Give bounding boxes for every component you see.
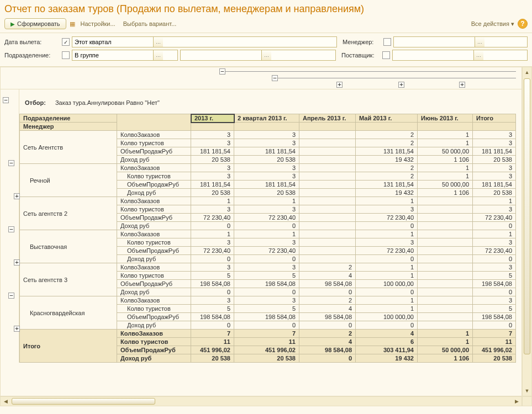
metric-name-cell: ОбъемПродажРуб — [117, 280, 191, 288]
date-checkbox[interactable] — [62, 38, 70, 46]
value-cell: 11 — [473, 338, 516, 346]
value-cell: 0 — [191, 321, 234, 330]
hdr-manager[interactable]: Менеджер — [20, 123, 117, 131]
date-label: Дата вылета: — [4, 39, 60, 45]
value-cell — [418, 280, 473, 288]
hdr-c1[interactable]: 2013 г. — [191, 114, 234, 123]
all-actions-menu[interactable]: Все действия ▾ — [471, 20, 514, 28]
settings-icon[interactable]: ▦ — [70, 20, 75, 28]
report-viewport[interactable]: − − + + + − − + − + − + Отбор: Заказ тур… — [0, 67, 522, 396]
value-cell: 3 — [191, 296, 234, 305]
scroll-up-icon[interactable]: ▲ — [523, 67, 531, 77]
value-cell: 19 432 — [356, 354, 418, 363]
value-cell: 4 — [299, 305, 356, 313]
division-mode-input[interactable] — [72, 50, 153, 60]
report-filter-line: Отбор: Заказ тура.Аннулирован Равно "Нет… — [19, 97, 516, 114]
metric-name-cell: Доход руб — [117, 222, 191, 230]
hdr-c4[interactable]: Май 2013 г. — [356, 114, 418, 123]
division-mode-picker[interactable]: … — [153, 50, 163, 60]
value-cell: 0 — [356, 255, 418, 263]
col-toggle-5[interactable]: + — [459, 82, 465, 88]
scroll-down-icon[interactable]: ▼ — [523, 386, 531, 396]
value-cell: 131 181,54 — [356, 147, 418, 156]
row-toggle-root[interactable]: − — [3, 97, 9, 103]
date-picker-button[interactable]: … — [153, 37, 163, 47]
row-toggle-g3[interactable]: − — [8, 293, 14, 299]
division-checkbox[interactable] — [62, 51, 70, 59]
col-toggle-3[interactable]: + — [336, 82, 343, 88]
manager-picker-button[interactable]: … — [475, 37, 484, 47]
value-cell — [299, 189, 356, 197]
col-toggle-4[interactable]: + — [398, 82, 404, 88]
division-picker-button[interactable]: … — [261, 50, 271, 60]
value-cell: 3 — [473, 296, 516, 305]
value-cell: 72 230,40 — [356, 247, 418, 255]
hdr-c1b[interactable] — [191, 123, 234, 131]
hdr-c6[interactable]: Итого — [473, 114, 516, 123]
manager-input[interactable] — [394, 37, 475, 47]
row-toggle-g1[interactable]: − — [8, 160, 14, 166]
value-cell: 1 — [234, 197, 299, 205]
date-input[interactable] — [72, 37, 153, 47]
value-cell: 0 — [473, 321, 516, 330]
supplier-input[interactable] — [393, 50, 473, 60]
hdr-c5[interactable]: Июнь 2013 г. — [418, 114, 473, 123]
col-toggle-2[interactable]: − — [272, 75, 278, 81]
value-cell: 0 — [473, 222, 516, 230]
row-toggle-g2[interactable]: − — [8, 226, 14, 232]
hdr-metrics[interactable] — [117, 114, 191, 131]
value-cell: 72 230,40 — [234, 247, 299, 255]
metric-name-cell: ОбъемПродажРуб — [117, 346, 191, 354]
settings-link[interactable]: Настройки... — [78, 20, 118, 27]
division-value-input[interactable] — [181, 50, 261, 60]
value-cell: 72 230,40 — [191, 214, 234, 222]
value-cell: 0 — [299, 288, 356, 296]
value-cell: 2 — [299, 296, 356, 305]
scroll-left-icon[interactable]: ◀ — [1, 397, 10, 406]
row-toggle-g2s[interactable]: + — [14, 259, 20, 266]
metric-name-cell: КолвоЗаказов — [117, 164, 191, 172]
help-icon[interactable]: ? — [518, 19, 528, 29]
value-cell: 3 — [234, 263, 299, 272]
supplier-picker-button[interactable]: … — [473, 50, 483, 60]
vscroll-thumb[interactable] — [524, 78, 530, 354]
value-cell: 1 — [418, 172, 473, 181]
hdr-c5b[interactable] — [418, 123, 473, 131]
value-cell — [418, 313, 473, 321]
value-cell: 3 — [234, 139, 299, 147]
vertical-scrollbar[interactable]: ▲ ▼ — [522, 67, 532, 396]
value-cell: 181 181,54 — [473, 181, 516, 189]
scroll-right-icon[interactable]: ▶ — [512, 397, 522, 406]
value-cell — [418, 263, 473, 272]
value-cell: 98 584,08 — [299, 346, 356, 354]
hdr-c3[interactable]: Апрель 2013 г. — [299, 114, 356, 123]
generate-button[interactable]: ▶ Сформировать — [4, 18, 66, 29]
hdr-c4b[interactable] — [356, 123, 418, 131]
value-cell: 3 — [191, 172, 234, 181]
value-cell: 1 — [356, 230, 418, 238]
value-cell: 19 432 — [356, 156, 418, 164]
row-toggle-g3s[interactable]: + — [14, 326, 20, 332]
hdr-c2[interactable]: 2 квартал 2013 г. — [234, 114, 299, 123]
value-cell: 1 — [418, 330, 473, 338]
value-cell: 20 538 — [234, 189, 299, 197]
supplier-checkbox[interactable] — [382, 51, 390, 59]
manager-checkbox[interactable] — [383, 38, 391, 46]
col-toggle-1[interactable]: − — [219, 68, 225, 75]
hdr-division[interactable]: Подразделение — [20, 114, 117, 123]
value-cell — [418, 214, 473, 222]
value-cell: 19 432 — [356, 189, 418, 197]
table-row: ИтогоКолвоЗаказов772417 — [20, 330, 516, 338]
scrollbar-corner — [522, 396, 532, 406]
hdr-c2b[interactable] — [234, 123, 299, 131]
value-cell: 3 — [356, 205, 418, 214]
row-toggle-g1s[interactable]: + — [14, 193, 20, 199]
metric-name-cell: Доход руб — [117, 189, 191, 197]
hscroll-thumb[interactable] — [12, 398, 155, 405]
value-cell: 3 — [234, 131, 299, 139]
value-cell: 4 — [356, 330, 418, 338]
hdr-c6b[interactable] — [473, 123, 516, 131]
hdr-c3b[interactable] — [299, 123, 356, 131]
horizontal-scrollbar[interactable]: ◀ ▶ — [0, 396, 522, 406]
select-variant-link[interactable]: Выбрать вариант... — [121, 20, 179, 27]
